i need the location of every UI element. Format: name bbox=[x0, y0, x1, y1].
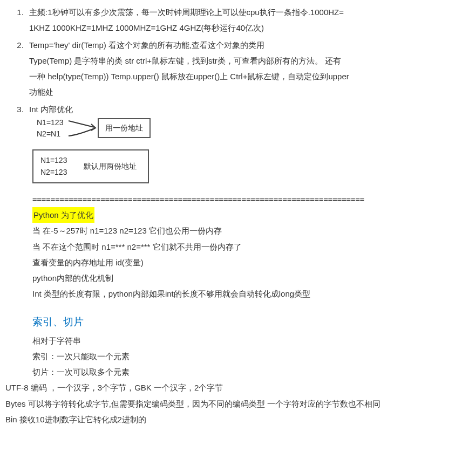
box1-code2: N2=N1 bbox=[37, 128, 63, 140]
list-item-2: Temp='hey' dir(Temp) 看这个对象的所有功能,查看这个对象的类… bbox=[26, 37, 471, 100]
divider-line: ========================================… bbox=[5, 193, 471, 207]
item2-line4: 功能处 bbox=[29, 87, 53, 97]
ordered-list: 主频:1秒钟可以有多少次震荡，每一次时钟周期理论上可以使cpu执行一条指令.10… bbox=[5, 4, 471, 117]
item1-line1: 主频:1秒钟可以有多少次震荡，每一次时钟周期理论上可以使cpu执行一条指令.10… bbox=[29, 8, 344, 17]
box1-code: N1=123 N2=N1 bbox=[32, 115, 67, 142]
opt-title: Python 为了优化 bbox=[32, 207, 94, 223]
optimization-section: Python 为了优化 当 在-5～257时 n1=123 n2=123 它们也… bbox=[5, 207, 471, 302]
opt-line4: python内部的优化机制 bbox=[32, 270, 471, 286]
box2-label: 默认用两份地址 bbox=[83, 154, 137, 179]
list-item-1: 主频:1秒钟可以有多少次震荡，每一次时钟周期理论上可以使cpu执行一条指令.10… bbox=[26, 4, 471, 36]
slice-line2: 索引：一次只能取一个元素 bbox=[32, 348, 471, 364]
tail-section: UTF-8 编码 ，一个汉字，3个字节，GBK 一个汉字，2个字节 Bytes … bbox=[5, 380, 471, 427]
slice-line3: 切片：一次可以取多个元素 bbox=[32, 364, 471, 380]
arrow-icon bbox=[67, 117, 98, 140]
item2-line3: 一种 help(type(Temp)) Temp.upper() 鼠标放在upp… bbox=[29, 72, 349, 81]
opt-line5: Int 类型的长度有限，python内部如果int的长度不够用就会自动转化成lo… bbox=[32, 286, 471, 302]
item2-line1: Temp='hey' dir(Temp) 看这个对象的所有功能,查看这个对象的类… bbox=[29, 40, 264, 50]
item2-line2: Type(Temp) 是字符串的类 str ctrl+鼠标左键，找到str类，可… bbox=[29, 56, 341, 65]
box1-code1: N1=123 bbox=[37, 117, 63, 128]
tail-line2: Bytes 可以将字符转化成字节,但需要指定编码类型，因为不同的编码类型 一个字… bbox=[5, 396, 471, 412]
diagram-1: N1=123 N2=N1 用一份地址 bbox=[5, 115, 471, 142]
opt-line3: 查看变量的内存地址用 id(变量) bbox=[32, 255, 471, 270]
box2-code2: N2=123 bbox=[40, 166, 67, 178]
item1-line2: 1KHZ 1000KHZ=1MHZ 1000MHZ=1GHZ 4GHZ(每秒运行… bbox=[29, 23, 264, 32]
tail-line3: Bin 接收10进制数字让它转化成2进制的 bbox=[5, 412, 471, 427]
diagram-2: N1=123 N2=123 默认用两份地址 bbox=[5, 149, 471, 188]
opt-line1: 当 在-5～257时 n1=123 n2=123 它们也公用一份内存 bbox=[32, 223, 471, 238]
box2-code1: N1=123 bbox=[40, 154, 67, 166]
slice-line1: 相对于字符串 bbox=[32, 333, 471, 348]
tail-line1: UTF-8 编码 ，一个汉字，3个字节，GBK 一个汉字，2个字节 bbox=[5, 380, 471, 395]
section-heading: 索引、切片 bbox=[5, 312, 471, 332]
item3-title: Int 内部优化 bbox=[29, 105, 73, 114]
slice-section: 相对于字符串 索引：一次只能取一个元素 切片：一次可以取多个元素 bbox=[5, 333, 471, 380]
opt-line2: 当 不在这个范围时 n1=*** n2=*** 它们就不共用一份内存了 bbox=[32, 239, 471, 255]
box1-label: 用一份地址 bbox=[98, 118, 151, 138]
